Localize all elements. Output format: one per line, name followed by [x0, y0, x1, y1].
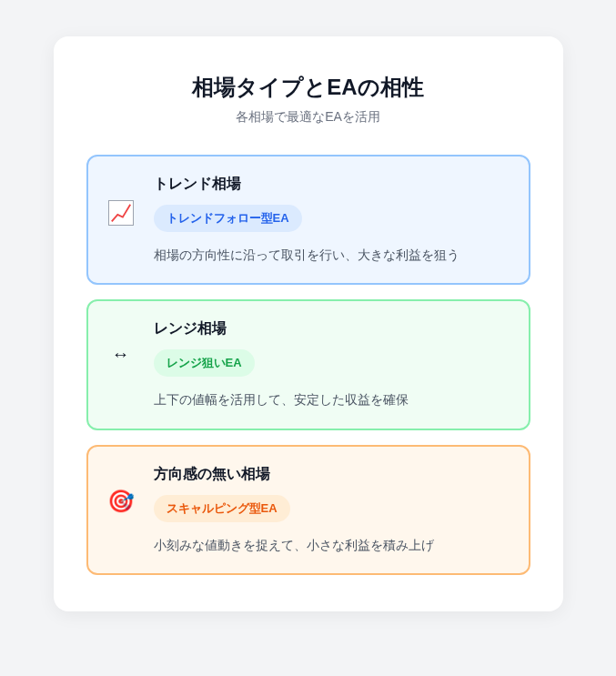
- section-trend: トレンド相場 トレンドフォロー型EA 相場の方向性に沿って取引を行い、大きな利益…: [86, 155, 530, 285]
- card-title: 相場タイプとEAの相性: [86, 73, 530, 102]
- card-subtitle: 各相場で最適なEAを活用: [86, 109, 530, 126]
- target-icon: 🎯: [103, 490, 139, 512]
- section-body: レンジ相場 レンジ狙いEA 上下の値幅を活用して、安定した収益を確保: [154, 319, 510, 409]
- section-title: 方向感の無い相場: [154, 465, 510, 484]
- section-desc: 上下の値幅を活用して、安定した収益を確保: [154, 389, 510, 409]
- section-tag: レンジ狙いEA: [154, 349, 255, 377]
- section-range: ↔ レンジ相場 レンジ狙いEA 上下の値幅を活用して、安定した収益を確保: [86, 299, 530, 429]
- chart-up-icon: [103, 200, 139, 226]
- section-title: レンジ相場: [154, 319, 510, 338]
- section-scalping: 🎯 方向感の無い相場 スキャルピング型EA 小刻みな値動きを捉えて、小さな利益を…: [86, 445, 530, 575]
- section-body: トレンド相場 トレンドフォロー型EA 相場の方向性に沿って取引を行い、大きな利益…: [154, 175, 510, 265]
- arrows-horizontal-icon: ↔: [103, 345, 139, 363]
- section-desc: 小刻みな値動きを捉えて、小さな利益を積み上げ: [154, 535, 510, 555]
- section-title: トレンド相場: [154, 175, 510, 194]
- card-container: 相場タイプとEAの相性 各相場で最適なEAを活用 トレンド相場 トレンドフォロー…: [54, 36, 563, 611]
- section-tag: トレンドフォロー型EA: [154, 205, 302, 232]
- section-body: 方向感の無い相場 スキャルピング型EA 小刻みな値動きを捉えて、小さな利益を積み…: [154, 465, 510, 555]
- section-desc: 相場の方向性に沿って取引を行い、大きな利益を狙う: [154, 245, 510, 265]
- section-tag: スキャルピング型EA: [154, 495, 290, 522]
